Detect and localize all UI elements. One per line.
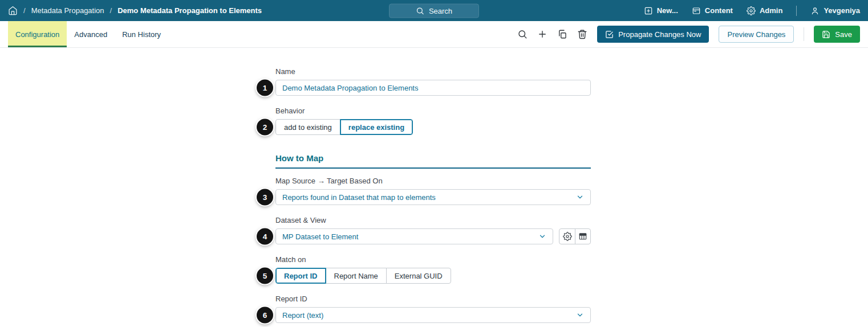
toolbar: Propagate Changes Now Preview Changes Sa… bbox=[517, 21, 860, 47]
chevron-down-icon bbox=[538, 232, 546, 240]
top-navbar: / Metadata Propagation / Demo Metadata P… bbox=[0, 0, 868, 21]
chevron-down-icon bbox=[576, 193, 584, 201]
match-on-field: Match on 5 Report ID Report Name Externa… bbox=[275, 255, 591, 284]
step-badge-5: 5 bbox=[257, 268, 273, 284]
content-menu-button[interactable]: Content bbox=[692, 6, 733, 15]
report-id-select[interactable]: Report (text) bbox=[275, 307, 591, 323]
content-menu-label: Content bbox=[705, 6, 733, 15]
behavior-segmented-control: add to existing replace existing bbox=[275, 119, 413, 135]
dataset-settings-button[interactable] bbox=[559, 229, 575, 244]
chevron-down-icon bbox=[576, 311, 584, 319]
match-option-report-name[interactable]: Report Name bbox=[326, 268, 387, 284]
new-menu-label: New... bbox=[657, 6, 678, 15]
map-source-label: Map Source → Target Based On bbox=[275, 177, 591, 185]
app-window: / Metadata Propagation / Demo Metadata P… bbox=[0, 0, 868, 327]
delete-icon-button[interactable] bbox=[577, 29, 587, 39]
toolbar-divider bbox=[804, 27, 804, 41]
home-icon[interactable] bbox=[8, 6, 18, 15]
search-label: Search bbox=[429, 6, 452, 15]
dataset-view-select[interactable]: MP Dataset to Element bbox=[275, 228, 553, 244]
breadcrumb-current-page: Demo Metadata Propagation to Elements bbox=[117, 6, 262, 15]
save-button[interactable]: Save bbox=[814, 26, 860, 43]
propagate-changes-label: Propagate Changes Now bbox=[618, 30, 701, 39]
global-search-button[interactable]: Search bbox=[389, 3, 479, 18]
section-title: How to Map bbox=[275, 153, 323, 163]
behavior-option-add-to-existing[interactable]: add to existing bbox=[275, 119, 340, 135]
search-icon bbox=[416, 6, 424, 15]
report-id-field: Report ID 6 Report (text) bbox=[275, 295, 591, 323]
report-id-label: Report ID bbox=[275, 295, 591, 303]
tab-configuration[interactable]: Configuration bbox=[8, 21, 67, 47]
gear-icon bbox=[563, 232, 572, 241]
user-menu-label: Yevgeniya bbox=[824, 6, 860, 15]
table-icon bbox=[578, 232, 587, 241]
how-to-map-section-header: How to Map bbox=[275, 153, 591, 169]
step-badge-4: 4 bbox=[257, 228, 273, 245]
breadcrumb: / Metadata Propagation / Demo Metadata P… bbox=[8, 6, 262, 15]
map-source-selected-value: Reports found in Dataset that map to ele… bbox=[282, 193, 436, 202]
match-option-report-id[interactable]: Report ID bbox=[275, 268, 326, 284]
dataset-view-label: Dataset & View bbox=[275, 216, 591, 224]
preview-changes-button[interactable]: Preview Changes bbox=[719, 26, 794, 43]
step-badge-6: 6 bbox=[257, 307, 273, 324]
propagate-changes-button[interactable]: Propagate Changes Now bbox=[597, 26, 709, 43]
name-label: Name bbox=[275, 67, 591, 76]
match-option-external-guid[interactable]: External GUID bbox=[386, 268, 451, 284]
user-icon bbox=[810, 6, 820, 15]
plus-square-icon bbox=[644, 6, 653, 15]
match-on-label: Match on bbox=[275, 255, 591, 264]
name-input[interactable] bbox=[275, 80, 591, 96]
admin-menu-label: Admin bbox=[760, 6, 782, 15]
configuration-form: Name 1 Behavior 2 add to existing replac… bbox=[275, 48, 591, 323]
save-icon bbox=[822, 30, 830, 39]
dataset-view-selected-value: MP Dataset to Element bbox=[282, 232, 358, 241]
user-menu-button[interactable]: Yevgeniya bbox=[810, 6, 860, 15]
breadcrumb-parent-link[interactable]: Metadata Propagation bbox=[31, 6, 104, 15]
check-square-icon bbox=[605, 30, 614, 39]
report-id-selected-value: Report (text) bbox=[282, 311, 323, 320]
save-label: Save bbox=[835, 30, 852, 39]
name-field: Name 1 bbox=[275, 67, 591, 96]
breadcrumb-separator: / bbox=[110, 6, 112, 15]
add-icon-button[interactable] bbox=[537, 29, 547, 39]
dataset-tools-button-group bbox=[559, 228, 591, 244]
step-badge-3: 3 bbox=[257, 189, 273, 206]
content-icon bbox=[692, 6, 701, 15]
dataset-table-view-button[interactable] bbox=[575, 229, 590, 244]
tab-bar: Configuration Advanced Run History Propa… bbox=[0, 21, 868, 48]
step-badge-1: 1 bbox=[257, 80, 273, 96]
step-badge-2: 2 bbox=[257, 119, 273, 136]
copy-icon-button[interactable] bbox=[557, 29, 567, 39]
tab-run-history[interactable]: Run History bbox=[115, 21, 168, 47]
match-on-segmented-control: Report ID Report Name External GUID bbox=[275, 268, 451, 284]
new-menu-button[interactable]: New... bbox=[644, 6, 678, 15]
behavior-label: Behavior bbox=[275, 107, 591, 115]
preview-changes-label: Preview Changes bbox=[727, 30, 785, 39]
behavior-option-replace-existing[interactable]: replace existing bbox=[340, 119, 413, 135]
gear-icon bbox=[747, 6, 756, 15]
admin-menu-button[interactable]: Admin bbox=[747, 6, 782, 15]
breadcrumb-separator: / bbox=[23, 6, 26, 15]
navbar-actions: New... Content Admin Yevgeniya bbox=[644, 6, 860, 16]
navbar-divider bbox=[796, 6, 797, 16]
map-source-select[interactable]: Reports found in Dataset that map to ele… bbox=[275, 189, 591, 205]
dataset-view-field: Dataset & View 4 MP Dataset to Element bbox=[275, 216, 591, 244]
behavior-field: Behavior 2 add to existing replace exist… bbox=[275, 107, 591, 135]
map-source-field: Map Source → Target Based On 3 Reports f… bbox=[275, 177, 591, 205]
tab-advanced[interactable]: Advanced bbox=[67, 21, 115, 47]
search-icon-button[interactable] bbox=[517, 29, 528, 39]
